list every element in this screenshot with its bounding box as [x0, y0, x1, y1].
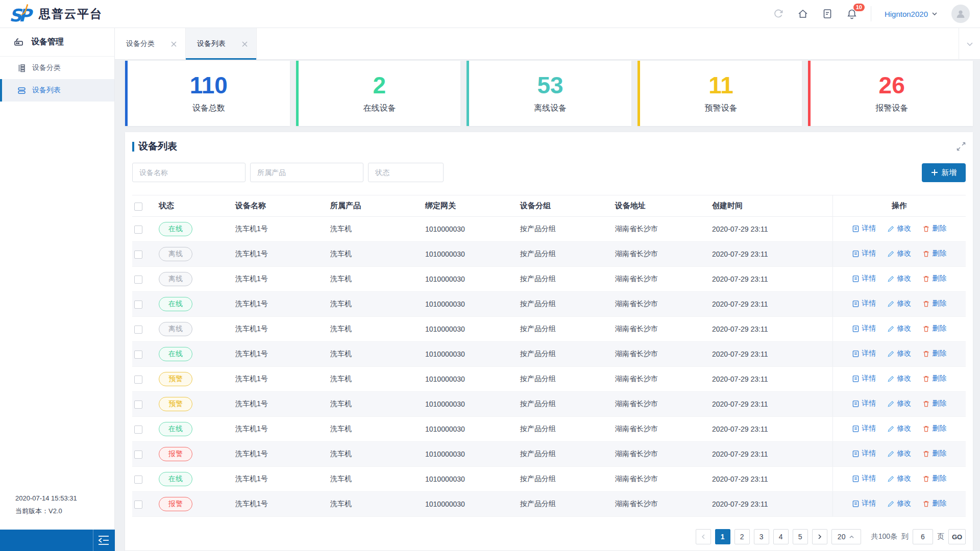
- cell-device-name: 洗车机1号: [233, 417, 328, 442]
- edit-link[interactable]: 修改: [887, 224, 911, 233]
- delete-link[interactable]: 删除: [922, 324, 946, 333]
- edit-link[interactable]: 修改: [887, 249, 911, 258]
- cell-created: 2020-07-29 23:11: [710, 267, 832, 292]
- detail-link[interactable]: 详情: [852, 474, 876, 483]
- col-created: 创建时间: [710, 195, 832, 217]
- delete-link[interactable]: 删除: [922, 374, 946, 383]
- detail-link[interactable]: 详情: [852, 449, 876, 458]
- prev-page-button[interactable]: [696, 529, 711, 544]
- row-checkbox[interactable]: [134, 251, 142, 259]
- detail-link[interactable]: 详情: [852, 224, 876, 233]
- stat-label: 离线设备: [534, 103, 567, 114]
- next-page-button[interactable]: [812, 529, 827, 544]
- document-icon[interactable]: [822, 8, 833, 19]
- edit-link[interactable]: 修改: [887, 324, 911, 333]
- edit-link[interactable]: 修改: [887, 374, 911, 383]
- expand-icon[interactable]: [957, 142, 966, 151]
- select-all-checkbox[interactable]: [134, 203, 142, 211]
- page-button-4[interactable]: 4: [773, 529, 789, 544]
- page-button-1[interactable]: 1: [715, 529, 730, 544]
- user-menu[interactable]: Hignton2020: [885, 10, 938, 18]
- row-checkbox[interactable]: [134, 450, 142, 459]
- delete-link[interactable]: 删除: [922, 249, 946, 258]
- edit-label: 修改: [897, 274, 911, 283]
- avatar[interactable]: [951, 5, 970, 23]
- tab-list-dropdown[interactable]: [959, 28, 980, 60]
- status-filter-input[interactable]: [368, 163, 444, 182]
- edit-link[interactable]: 修改: [887, 424, 911, 433]
- edit-link[interactable]: 修改: [887, 399, 911, 408]
- sidebar-item-device-list[interactable]: 设备列表: [0, 79, 114, 102]
- detail-link[interactable]: 详情: [852, 249, 876, 258]
- row-checkbox[interactable]: [134, 325, 142, 334]
- tab-device-category[interactable]: 设备分类: [115, 28, 186, 60]
- detail-link[interactable]: 详情: [852, 499, 876, 508]
- detail-link[interactable]: 详情: [852, 299, 876, 308]
- detail-link[interactable]: 详情: [852, 399, 876, 408]
- delete-link[interactable]: 删除: [922, 349, 946, 358]
- delete-link[interactable]: 删除: [922, 224, 946, 233]
- cell-group: 按产品分组: [518, 392, 613, 417]
- detail-link[interactable]: 详情: [852, 374, 876, 383]
- edit-link[interactable]: 修改: [887, 299, 911, 308]
- delete-link[interactable]: 删除: [922, 449, 946, 458]
- edit-link[interactable]: 修改: [887, 274, 911, 283]
- row-checkbox[interactable]: [134, 350, 142, 359]
- page-button-3[interactable]: 3: [754, 529, 769, 544]
- product-filter-input[interactable]: [250, 163, 363, 182]
- row-checkbox[interactable]: [134, 500, 142, 509]
- goto-page-input[interactable]: [913, 529, 933, 544]
- add-device-button[interactable]: 新增: [922, 163, 966, 182]
- row-checkbox[interactable]: [134, 300, 142, 309]
- cell-created: 2020-07-29 23:11: [710, 417, 832, 442]
- delete-link[interactable]: 删除: [922, 424, 946, 433]
- delete-link[interactable]: 删除: [922, 299, 946, 308]
- detail-link[interactable]: 详情: [852, 274, 876, 283]
- device-list-panel: 设备列表 新增 状态 设备名称: [125, 132, 973, 550]
- sidebar-group-device-management[interactable]: 设备管理: [0, 28, 114, 57]
- delete-icon: [922, 425, 930, 433]
- row-checkbox[interactable]: [134, 400, 142, 409]
- detail-link[interactable]: 详情: [852, 349, 876, 358]
- edit-label: 修改: [897, 349, 911, 358]
- detail-link[interactable]: 详情: [852, 424, 876, 433]
- delete-link[interactable]: 删除: [922, 399, 946, 408]
- stat-label: 设备总数: [192, 103, 225, 114]
- delete-label: 删除: [932, 424, 946, 433]
- notification-badge: 10: [853, 4, 865, 11]
- cell-product: 洗车机: [328, 342, 423, 367]
- cell-created: 2020-07-29 23:11: [710, 442, 832, 467]
- edit-link[interactable]: 修改: [887, 349, 911, 358]
- delete-link[interactable]: 删除: [922, 499, 946, 508]
- device-name-filter-input[interactable]: [132, 163, 246, 182]
- page-size-select[interactable]: 20: [831, 529, 861, 544]
- row-checkbox[interactable]: [134, 425, 142, 434]
- tab-device-list[interactable]: 设备列表: [186, 28, 257, 60]
- edit-link[interactable]: 修改: [887, 449, 911, 458]
- row-checkbox[interactable]: [134, 375, 142, 384]
- row-checkbox[interactable]: [134, 226, 142, 234]
- edit-link[interactable]: 修改: [887, 499, 911, 508]
- detail-link[interactable]: 详情: [852, 324, 876, 333]
- edit-icon: [887, 250, 895, 258]
- edit-link[interactable]: 修改: [887, 474, 911, 483]
- cell-address: 湖南省长沙市: [613, 492, 710, 517]
- page-button-2[interactable]: 2: [734, 529, 750, 544]
- sidebar-item-device-category[interactable]: 设备分类: [0, 57, 114, 79]
- close-icon[interactable]: [170, 41, 177, 47]
- stat-label: 在线设备: [363, 103, 396, 114]
- row-checkbox[interactable]: [134, 475, 142, 484]
- close-icon[interactable]: [241, 41, 248, 47]
- detail-icon: [852, 400, 860, 408]
- collapse-sidebar-icon[interactable]: [96, 534, 111, 547]
- status-badge: 在线: [159, 297, 192, 311]
- page-button-5[interactable]: 5: [793, 529, 808, 544]
- bell-icon[interactable]: 10: [846, 8, 857, 19]
- table-row: 在线 洗车机1号 洗车机 1010000030 按产品分组 湖南省长沙市 202…: [132, 342, 966, 367]
- delete-link[interactable]: 删除: [922, 474, 946, 483]
- refresh-icon[interactable]: [773, 8, 784, 19]
- row-checkbox[interactable]: [134, 276, 142, 284]
- go-button[interactable]: GO: [948, 529, 966, 544]
- home-icon[interactable]: [797, 8, 808, 19]
- delete-link[interactable]: 删除: [922, 274, 946, 283]
